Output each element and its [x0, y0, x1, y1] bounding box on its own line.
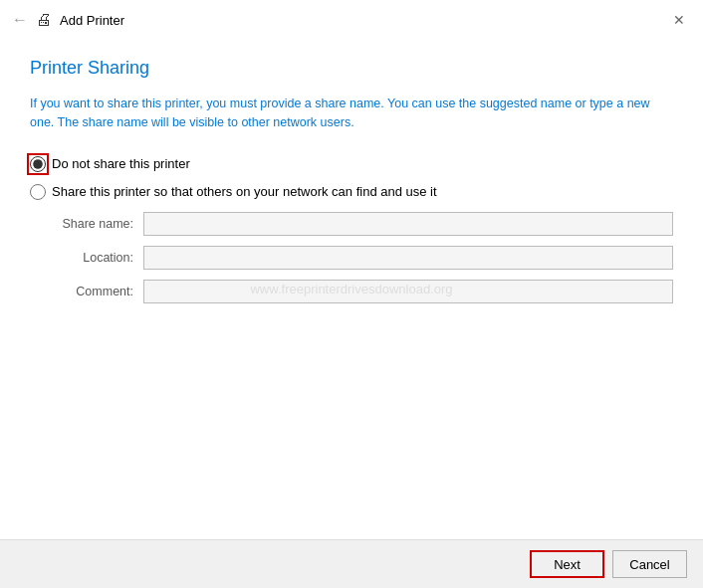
share-name-input[interactable]: [143, 212, 673, 236]
comment-label: Comment:: [54, 285, 143, 298]
location-label: Location:: [54, 251, 143, 265]
main-content: www.freeprinterdrivesdownload.org Printe…: [0, 38, 703, 539]
section-title: Printer Sharing: [30, 58, 673, 79]
title-bar: ← 🖨 Add Printer ✕: [0, 0, 703, 38]
no-share-option[interactable]: Do not share this printer: [30, 156, 673, 172]
no-share-radio-wrapper: [30, 156, 46, 172]
share-radio[interactable]: [30, 184, 46, 200]
back-button[interactable]: ←: [12, 11, 28, 29]
no-share-label[interactable]: Do not share this printer: [52, 156, 190, 171]
share-name-row: Share name:: [54, 212, 673, 236]
share-name-label: Share name:: [54, 217, 143, 231]
no-share-radio[interactable]: [30, 156, 46, 172]
section-description: If you want to share this printer, you m…: [30, 95, 673, 132]
comment-row: Comment:: [54, 280, 673, 303]
location-input[interactable]: [143, 246, 673, 270]
share-option[interactable]: Share this printer so that others on you…: [30, 184, 673, 200]
cancel-button[interactable]: Cancel: [612, 550, 687, 578]
close-button[interactable]: ✕: [667, 8, 691, 32]
share-fields: Share name: Location: Comment:: [54, 212, 673, 303]
share-label[interactable]: Share this printer so that others on you…: [52, 184, 437, 199]
printer-icon: 🖨: [36, 11, 52, 29]
comment-input[interactable]: [143, 280, 673, 303]
add-printer-window: ← 🖨 Add Printer ✕ www.freeprinterdrivesd…: [0, 0, 703, 588]
window-title: Add Printer: [60, 13, 124, 28]
location-row: Location:: [54, 246, 673, 270]
footer: Next Cancel: [0, 539, 703, 588]
next-button[interactable]: Next: [530, 550, 604, 578]
title-bar-left: ← 🖨 Add Printer: [12, 11, 124, 29]
